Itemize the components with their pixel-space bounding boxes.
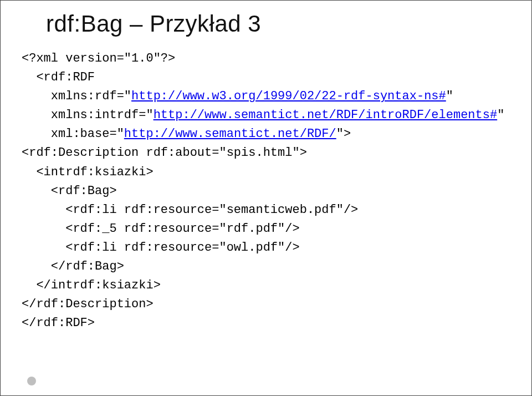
decorative-bullet-icon xyxy=(27,377,36,385)
code-line: "> xyxy=(336,127,351,141)
code-line: </intrdf:ksiazki> xyxy=(22,278,161,292)
code-line: <rdf:RDF xyxy=(22,70,95,84)
code-line: </rdf:Bag> xyxy=(22,260,124,273)
code-line: xmlns:intrdf=" xyxy=(22,108,154,122)
slide-page: rdf:Bag – Przykład 3 <?xml version="1.0"… xyxy=(0,0,532,396)
code-line: " xyxy=(497,108,504,122)
code-line: <rdf:Description rdf:about="spis.html"> xyxy=(22,146,307,160)
code-line: <rdf:li rdf:resource="semanticweb.pdf"/> xyxy=(22,203,358,217)
code-line: <rdf:Bag> xyxy=(22,184,117,198)
code-line: xmlns:rdf=" xyxy=(22,89,131,103)
code-link: http://www.semantict.net/RDF/ xyxy=(124,127,336,141)
code-block: <?xml version="1.0"?> <rdf:RDF xmlns:rdf… xyxy=(22,49,510,333)
page-title: rdf:Bag – Przykład 3 xyxy=(46,11,510,37)
code-link: http://www.semantict.net/RDF/introRDF/el… xyxy=(154,108,498,122)
code-line: <?xml version="1.0"?> xyxy=(22,52,175,65)
code-line: <rdf:li rdf:resource="owl.pdf"/> xyxy=(22,241,300,255)
code-line: <intrdf:ksiazki> xyxy=(22,165,154,179)
code-line: xml:base=" xyxy=(22,127,124,141)
code-line: <rdf:_5 rdf:resource="rdf.pdf"/> xyxy=(22,222,300,236)
code-line: </rdf:Description> xyxy=(22,297,154,311)
code-line: " xyxy=(446,89,453,103)
code-link: http://www.w3.org/1999/02/22-rdf-syntax-… xyxy=(131,89,446,103)
code-line: </rdf:RDF> xyxy=(22,316,95,330)
